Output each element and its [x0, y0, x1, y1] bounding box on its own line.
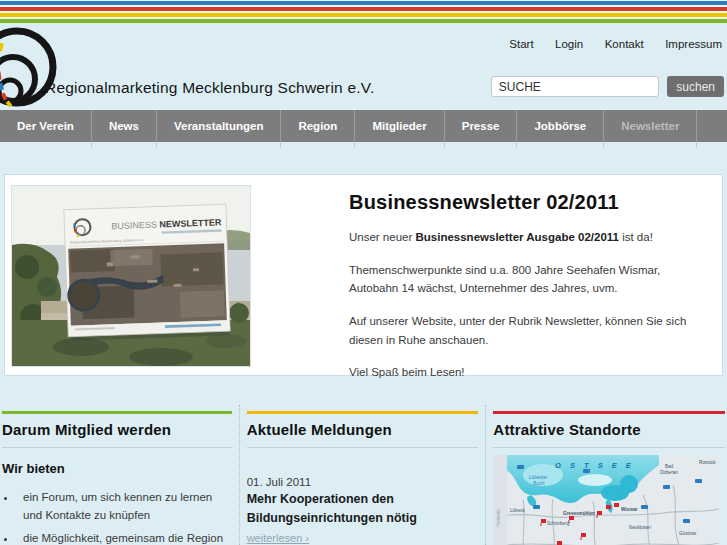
news-title: Aktuelle Meldungen: [247, 421, 479, 448]
column-divider: [239, 405, 240, 545]
teaser-paragraph-3: Auf unserer Website, unter der Rubrik Ne…: [349, 312, 708, 349]
teaser-paragraph-4: Viel Spaß beim Lesen!: [349, 363, 708, 382]
svg-text:Bad: Bad: [665, 464, 674, 469]
billboard: BUSINESS NEWSLETTER Regionalmarketing Me…: [64, 204, 230, 341]
nav-item-jobboerse[interactable]: Jobbörse: [517, 110, 604, 142]
accent-yellow: [247, 411, 479, 414]
svg-text:Holstein: Holstein: [495, 509, 501, 527]
svg-text:O S T S E E: O S T S E E: [555, 461, 634, 470]
newsletter-photo: BUSINESS NEWSLETTER Regionalmarketing Me…: [11, 185, 251, 367]
svg-text:Neukloster: Neukloster: [629, 525, 651, 530]
svg-text:Güstrow: Güstrow: [679, 531, 697, 536]
nav-item-region[interactable]: Region: [281, 110, 355, 142]
teaser-paragraph-2: Themenschwerpunkte sind u.a. 800 Jahre S…: [349, 261, 708, 298]
nav-item-mitglieder[interactable]: Mitglieder: [355, 110, 444, 142]
top-link-impressum[interactable]: Impressum: [665, 38, 722, 50]
membership-bullet: die Möglichkeit, gemeinsam die Region ak…: [17, 530, 232, 545]
svg-text:Grevesmühlen: Grevesmühlen: [563, 511, 595, 516]
membership-bullets: ein Forum, um sich kennen zu lernen und …: [17, 489, 232, 545]
nav-item-der-verein[interactable]: Der Verein: [0, 110, 92, 142]
column-divider: [485, 405, 486, 545]
news-date: 01. Juli 2011: [247, 476, 479, 488]
svg-text:Rostock: Rostock: [699, 460, 716, 465]
region-map-image: O S T S E E Lübecker Bucht Holstein Lübe…: [493, 455, 719, 545]
column-news: Aktuelle Meldungen 01. Juli 2011 Mehr Ko…: [247, 411, 479, 545]
teaser-heading: Businessnewsletter 02/2011: [349, 191, 708, 214]
top-link-kontakt[interactable]: Kontakt: [605, 38, 644, 50]
news-more-link[interactable]: weiterlesen ›: [247, 532, 309, 544]
bottom-columns: Darum Mitglied werden Wir bieten ein For…: [2, 411, 725, 545]
membership-subtitle: Wir bieten: [2, 461, 232, 476]
membership-bullet: ein Forum, um sich kennen zu lernen und …: [17, 489, 232, 525]
svg-text:Schönberg: Schönberg: [547, 521, 570, 526]
svg-text:Wismar: Wismar: [621, 507, 638, 512]
accent-green: [2, 411, 232, 414]
search-input[interactable]: [491, 76, 659, 97]
locations-map[interactable]: O S T S E E Lübecker Bucht Holstein Lübe…: [493, 455, 725, 545]
site-title: Regionalmarketing Mecklenburg Schwerin e…: [45, 79, 374, 97]
membership-title: Darum Mitglied werden: [2, 421, 232, 448]
top-link-login[interactable]: Login: [555, 38, 583, 50]
newsletter-teaser-text: Businessnewsletter 02/2011 Unser neuer B…: [349, 183, 708, 396]
nav-item-news[interactable]: News: [92, 110, 157, 142]
svg-text:Lübeck: Lübeck: [510, 508, 526, 513]
locations-title: Attraktive Standorte: [493, 421, 725, 448]
search-button[interactable]: suchen: [667, 76, 724, 97]
search-area: suchen: [491, 76, 724, 97]
column-membership: Darum Mitglied werden Wir bieten ein For…: [2, 411, 232, 545]
accent-red: [493, 411, 725, 414]
nav-item-veranstaltungen[interactable]: Veranstaltungen: [157, 110, 281, 142]
top-links: Start Login Kontakt Impressum: [492, 34, 722, 52]
top-link-start[interactable]: Start: [509, 38, 533, 50]
main-nav: Der Verein News Veranstaltungen Region M…: [0, 110, 727, 142]
newsletter-teaser-box: BUSINESS NEWSLETTER Regionalmarketing Me…: [4, 174, 723, 376]
header: Regionalmarketing Mecklenburg Schwerin e…: [0, 23, 727, 110]
site-logo-icon: [0, 25, 64, 111]
svg-text:Bucht: Bucht: [533, 481, 545, 486]
column-locations: Attraktive Standorte: [493, 411, 725, 545]
teaser-paragraph-1: Unser neuer Businessnewsletter Ausgabe 0…: [349, 228, 708, 247]
nav-item-newsletter[interactable]: Newsletter: [604, 110, 697, 142]
news-headline-link[interactable]: Mehr Kooperationen den Bildungseinrichtu…: [247, 490, 479, 528]
svg-text:Doberan: Doberan: [661, 470, 679, 475]
brand-stripes: [0, 0, 727, 23]
svg-text:Lübecker: Lübecker: [529, 475, 548, 480]
page: Regionalmarketing Mecklenburg Schwerin e…: [0, 0, 727, 545]
nav-item-presse[interactable]: Presse: [445, 110, 518, 142]
